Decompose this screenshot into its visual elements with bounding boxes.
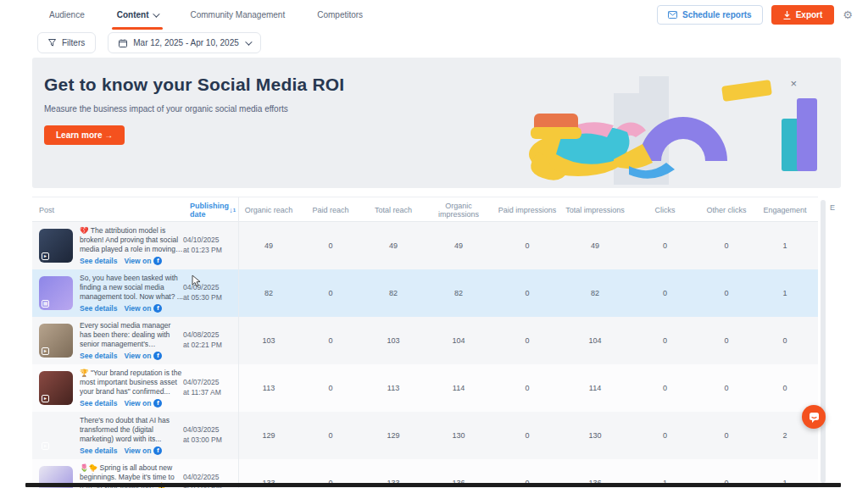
see-details-link[interactable]: See details	[80, 257, 117, 265]
learn-more-button[interactable]: Learn more →	[44, 125, 125, 145]
table-row[interactable]: ▸There's no doubt that AI has transforme…	[32, 412, 818, 459]
metric-value: 2	[752, 431, 818, 440]
metric-value: 82	[239, 289, 298, 297]
table-row[interactable]: ▸💔 The attribution model is broken! And …	[32, 222, 818, 269]
post-thumbnail[interactable]: ▸	[39, 229, 73, 263]
facebook-icon: f	[153, 352, 162, 360]
column-header-total-impressions[interactable]: Total impressions	[561, 206, 629, 214]
metric-value: 129	[363, 431, 424, 440]
metric-value: 0	[493, 289, 561, 297]
metric-value: 0	[298, 289, 363, 297]
banner-subtitle: Measure the business impact of your orga…	[44, 104, 288, 114]
date-range-picker[interactable]: Mar 12, 2025 - Apr 10, 2025	[108, 32, 261, 53]
metric-value: 0	[629, 384, 701, 392]
video-badge-icon: ▸	[42, 442, 49, 450]
top-navigation: AudienceContentCommunity ManagementCompe…	[0, 0, 868, 30]
metric-value: 0	[298, 336, 363, 345]
metric-value: 1	[752, 289, 818, 297]
post-thumbnail[interactable]: ▸	[39, 371, 73, 405]
metric-value: 82	[561, 289, 629, 297]
post-date: 04/08/2025	[183, 330, 238, 341]
post-thumbnail[interactable]: ▸	[39, 324, 73, 358]
filters-button[interactable]: Filters	[37, 32, 96, 53]
column-header-paid-impressions[interactable]: Paid impressions	[493, 206, 561, 214]
mouse-cursor	[191, 274, 203, 288]
column-header-organic-reach[interactable]: Organic reach	[239, 206, 298, 214]
see-details-link[interactable]: See details	[80, 304, 117, 313]
export-button[interactable]: Export	[771, 5, 835, 25]
see-details-link[interactable]: See details	[80, 446, 117, 455]
view-on-facebook-link[interactable]: View onf	[124, 304, 162, 313]
filters-label: Filters	[62, 38, 85, 47]
metric-value: 0	[701, 384, 752, 392]
chevron-down-icon	[245, 38, 252, 45]
tab-competitors[interactable]: Competitors	[317, 0, 363, 30]
chat-launcher-button[interactable]	[802, 405, 826, 429]
column-header-publishing-date[interactable]: Publishing date ↓1	[183, 197, 239, 223]
publishing-date-cell: 04/08/2025at 02:21 PM	[183, 317, 239, 364]
date-range-value: Mar 12, 2025 - Apr 10, 2025	[133, 38, 239, 47]
metric-value: 114	[424, 384, 493, 392]
column-header-label: Publishing date	[190, 202, 229, 219]
metric-value: 0	[493, 336, 561, 345]
post-cell: ▸🏆 "Your brand reputation is the most im…	[32, 369, 183, 408]
view-on-facebook-link[interactable]: View onf	[124, 399, 162, 408]
post-cell: ▸Every social media manager has been the…	[32, 321, 183, 360]
partial-column-header: E	[830, 203, 835, 212]
bottom-scrollbar[interactable]	[25, 483, 841, 487]
post-text: Every social media manager has been ther…	[80, 321, 183, 349]
see-details-link[interactable]: See details	[80, 399, 117, 408]
column-header-label: Paid impressions	[498, 206, 557, 214]
column-header-label: Total reach	[375, 206, 412, 214]
metric-value: 104	[424, 336, 493, 345]
column-header-label: Organic impressions	[438, 202, 479, 219]
banner-close-icon[interactable]: ×	[790, 78, 797, 89]
post-cell: ▦So, you have been tasked with finding a…	[32, 274, 183, 313]
chevron-down-icon	[153, 10, 160, 17]
metric-value: 82	[363, 289, 424, 297]
sort-index: 1	[233, 208, 236, 214]
post-thumbnail[interactable]: ▸	[39, 419, 73, 452]
column-header-post[interactable]: Post	[32, 206, 183, 214]
tab-audience[interactable]: Audience	[49, 0, 85, 30]
table-row[interactable]: ▸🏆 "Your brand reputation is the most im…	[32, 364, 818, 412]
view-on-label: View on	[124, 446, 151, 455]
metric-value: 0	[629, 336, 701, 345]
chat-bubble-icon	[809, 412, 820, 423]
column-header-label: Paid reach	[312, 206, 348, 214]
metric-value: 113	[363, 384, 424, 392]
metric-value: 0	[298, 241, 363, 250]
table-scrollbar[interactable]	[821, 200, 826, 483]
column-header-clicks[interactable]: Clicks	[629, 206, 701, 214]
column-header-label: Post	[39, 206, 54, 214]
video-badge-icon: ▸	[42, 395, 49, 402]
view-on-facebook-link[interactable]: View onf	[124, 257, 162, 265]
schedule-reports-button[interactable]: Schedule reports	[657, 5, 763, 25]
column-header-label: Other clicks	[706, 206, 746, 214]
table-row[interactable]: ▦So, you have been tasked with finding a…	[32, 269, 818, 317]
tab-community-management[interactable]: Community Management	[190, 0, 285, 30]
envelope-icon	[668, 11, 677, 19]
metric-value: 0	[629, 431, 701, 440]
metric-value: 0	[298, 384, 363, 392]
posts-table: PostPublishing date ↓1Organic reachPaid …	[32, 197, 818, 488]
column-header-paid-reach[interactable]: Paid reach	[298, 206, 363, 214]
column-header-label: Engagement	[763, 206, 806, 214]
column-header-other-clicks[interactable]: Other clicks	[701, 206, 752, 214]
view-on-facebook-link[interactable]: View onf	[124, 352, 162, 360]
column-header-total-reach[interactable]: Total reach	[363, 206, 424, 214]
column-header-engagement[interactable]: Engagement	[752, 206, 818, 214]
table-row[interactable]: ▸Every social media manager has been the…	[32, 317, 818, 364]
post-time: at 03:00 PM	[183, 435, 238, 446]
metric-value: 114	[561, 384, 629, 392]
column-header-label: Organic reach	[245, 206, 293, 214]
post-thumbnail[interactable]: ▦	[39, 276, 73, 310]
metric-value: 0	[493, 431, 561, 440]
view-on-facebook-link[interactable]: View onf	[124, 446, 162, 455]
tab-content[interactable]: Content	[117, 0, 159, 30]
column-header-organic-impressions[interactable]: Organic impressions	[424, 202, 493, 219]
see-details-link[interactable]: See details	[80, 352, 117, 360]
metric-value: 82	[424, 289, 493, 297]
gear-icon[interactable]: ⚙	[843, 9, 853, 20]
post-date: 04/02/2025	[183, 473, 238, 483]
